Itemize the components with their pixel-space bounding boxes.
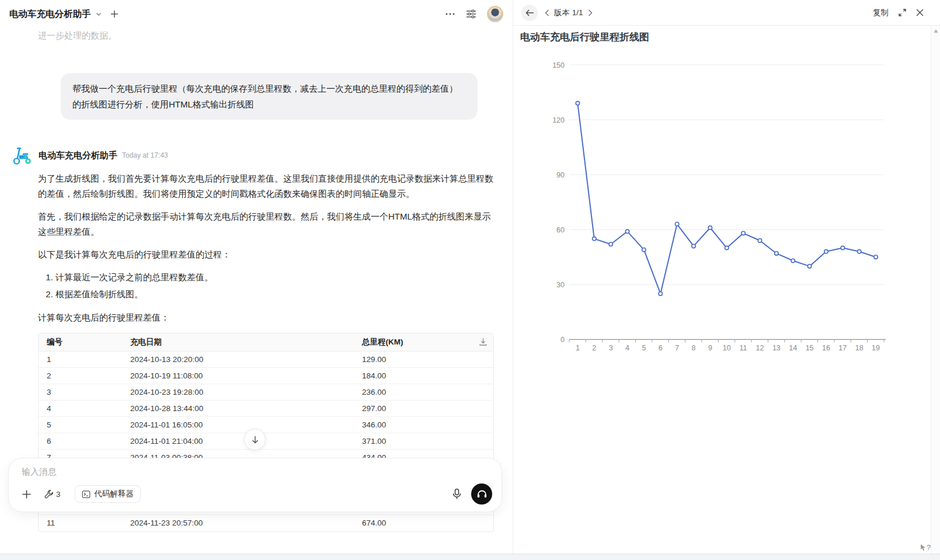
- message-timestamp: Today at 17:43: [122, 151, 168, 159]
- svg-text:120: 120: [552, 116, 565, 124]
- close-icon[interactable]: [916, 9, 924, 16]
- table-row: 42024-10-28 13:44:00297.00: [39, 401, 493, 417]
- version-label: 版本 1/1: [554, 8, 583, 18]
- table-row: 22024-10-19 11:08:00184.00: [39, 368, 493, 384]
- assistant-paragraph: 以下是我计算每次充电后的行驶里程差值的过程：: [38, 247, 494, 262]
- assistant-paragraph: 为了生成折线图，我们首先要计算每次充电后的行驶里程差值。这里我们直接使用提供的充…: [38, 171, 494, 201]
- column-header: 总里程(KM): [354, 333, 493, 352]
- download-table-icon[interactable]: [479, 338, 488, 348]
- step-item: 根据差值绘制折线图。: [55, 287, 494, 302]
- step-item: 计算最近一次记录之前的总里程数差值。: [55, 270, 494, 285]
- voice-mode-button[interactable]: [471, 484, 492, 505]
- svg-text:19: 19: [872, 344, 880, 352]
- prev-version-icon[interactable]: [545, 9, 549, 16]
- version-nav: 版本 1/1: [545, 8, 593, 18]
- chat-header: 电动车充电分析助手: [0, 0, 513, 28]
- svg-text:18: 18: [855, 344, 864, 352]
- scooter-avatar-icon: [12, 145, 33, 165]
- svg-text:6: 6: [659, 344, 663, 352]
- terminal-icon: [82, 490, 90, 499]
- user-avatar[interactable]: [487, 6, 503, 22]
- svg-text:9: 9: [708, 344, 712, 352]
- more-options-icon[interactable]: [445, 12, 455, 16]
- header-actions: [445, 6, 503, 22]
- svg-text:15: 15: [806, 344, 814, 352]
- code-interpreter-chip[interactable]: 代码解释器: [75, 485, 141, 503]
- svg-text:7: 7: [675, 344, 679, 352]
- mileage-line-chart: 0306090120150123456789101112131415161718…: [519, 54, 904, 363]
- chart-title: 电动车充电后行驶里程折线图: [520, 30, 649, 44]
- table-row: 62024-11-01 21:04:00371.00: [39, 433, 493, 450]
- table-row: 12024-10-13 20:20:00129.00: [39, 352, 493, 368]
- svg-text:2: 2: [592, 344, 596, 352]
- microphone-icon[interactable]: [452, 488, 462, 500]
- steps-list: 计算最近一次记录之前的总里程数差值。根据差值绘制折线图。: [38, 270, 494, 302]
- column-header: 编号: [39, 333, 122, 352]
- svg-text:1: 1: [576, 344, 580, 352]
- svg-text:60: 60: [556, 226, 565, 234]
- svg-text:30: 30: [556, 281, 565, 289]
- svg-text:3: 3: [609, 344, 613, 352]
- app-window: 电动车充电分析助手: [0, 0, 940, 560]
- table-header-row: 编号 充电日期 总里程(KM): [39, 333, 493, 352]
- table-row: 32024-10-23 19:28:00236.00: [39, 384, 493, 401]
- assistant-name: 电动车充电分析助手: [39, 150, 117, 161]
- chat-panel: 电动车充电分析助手: [0, 0, 513, 554]
- svg-text:90: 90: [556, 171, 565, 179]
- table-row: 112024-11-23 20:57:00674.00: [39, 515, 493, 531]
- artifact-panel: 版本 1/1 复制 电动车充电后行驶里程折线图 030609012: [513, 0, 940, 554]
- svg-text:17: 17: [838, 344, 847, 352]
- svg-text:0: 0: [560, 336, 565, 344]
- table-row: 52024-11-01 16:05:00346.00: [39, 417, 493, 433]
- svg-text:150: 150: [552, 61, 565, 69]
- assistant-paragraph: 首先，我们根据给定的记录数据手动计算每次充电后的行驶里程数。然后，我们将生成一个…: [38, 209, 494, 239]
- code-interpreter-label: 代码解释器: [95, 489, 134, 499]
- svg-text:4: 4: [625, 344, 629, 352]
- scrollbar-track[interactable]: [931, 26, 940, 554]
- svg-text:16: 16: [822, 344, 830, 352]
- table-intro: 计算每次充电后的行驶里程差值：: [38, 310, 494, 325]
- tools-count: 3: [56, 490, 61, 499]
- scrollbar-up-arrow[interactable]: [934, 29, 938, 33]
- svg-text:8: 8: [692, 344, 696, 352]
- headset-icon: [476, 489, 488, 499]
- new-chat-button[interactable]: [110, 10, 119, 18]
- svg-text:13: 13: [772, 344, 781, 352]
- column-header: 充电日期: [122, 333, 354, 352]
- window-bottom-strip: [0, 554, 940, 560]
- copy-button[interactable]: 复制: [873, 8, 889, 18]
- user-message-bubble: 帮我做一个充电后行驶里程（每次充电的保存到总里程数，减去上一次充电的总里程的得到…: [61, 73, 478, 120]
- svg-text:5: 5: [642, 344, 646, 352]
- svg-text:14: 14: [789, 344, 797, 352]
- mouse-cursor: ?: [920, 543, 931, 552]
- tools-button[interactable]: 3: [44, 489, 61, 499]
- scroll-to-bottom-button[interactable]: [244, 429, 266, 450]
- message-input-card[interactable]: 输入消息 3 代码解释器: [8, 458, 502, 512]
- previous-message-fragment: 进一步处理的数据。: [38, 30, 513, 41]
- svg-text:10: 10: [723, 344, 731, 352]
- next-version-icon[interactable]: [588, 9, 593, 16]
- chat-title: 电动车充电分析助手: [9, 8, 91, 20]
- expand-icon[interactable]: [898, 8, 907, 17]
- artifact-header: 版本 1/1 复制: [513, 0, 940, 26]
- chevron-down-icon[interactable]: [95, 11, 102, 18]
- attach-plus-icon[interactable]: [22, 489, 32, 499]
- wrench-icon: [44, 489, 54, 499]
- back-button[interactable]: [521, 5, 538, 21]
- svg-text:11: 11: [740, 344, 747, 352]
- message-input[interactable]: 输入消息: [22, 467, 489, 478]
- settings-sliders-icon[interactable]: [466, 9, 476, 19]
- svg-text:12: 12: [756, 344, 764, 352]
